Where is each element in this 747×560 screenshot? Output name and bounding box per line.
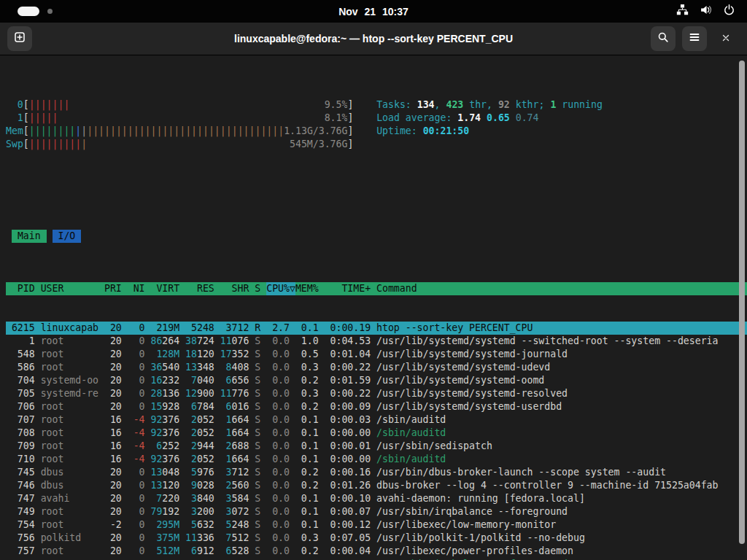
process-row[interactable]: 754root-20295M56325248S0.0 0.10:00.12/us… (6, 518, 747, 532)
process-row[interactable]: 757root200512M69126528S0.0 0.20:00.04/us… (6, 545, 747, 558)
terminal-scrollbar[interactable] (739, 61, 745, 544)
process-row[interactable]: 709root16-4625229442688S0.0 0.10:00.01/u… (6, 440, 747, 453)
mem-meter: Mem[||||||||||||||||||||||||||||||||||||… (6, 125, 747, 138)
process-row[interactable]: 586root20036540133488408S0.0 0.30:00.22/… (6, 361, 747, 374)
process-row[interactable]: 749root2007919232003072S0.0 0.10:00.07/u… (6, 505, 747, 518)
terminal-content: 0[|||||||9.5%]Tasks: 134, 423 thr, 92 kt… (0, 55, 747, 560)
process-row[interactable]: 706root2001592867846016S0.0 0.20:00.09/u… (6, 400, 747, 413)
window-title: linuxcapable@fedora:~ — htop --sort-key … (0, 33, 747, 44)
swp-meter-bars: |||||||||| (29, 138, 87, 151)
process-row[interactable]: 745dbus2001304859763712S0.0 0.20:00.16/u… (6, 466, 747, 479)
power-icon[interactable] (723, 4, 735, 19)
process-table-header[interactable]: PIDUSERPRINIVIRTRESSHRSCPU%▽MEM%TIME+Com… (6, 282, 747, 295)
process-row[interactable]: 708root16-49237620521664S0.0 0.10:00.00/… (6, 427, 747, 440)
search-button[interactable] (651, 26, 676, 51)
menu-button[interactable] (682, 26, 707, 51)
clock[interactable]: Nov 21 10:37 (0, 6, 747, 18)
process-row[interactable]: 746dbus2001312090282560S0.0 0.20:01.26db… (6, 479, 747, 492)
cpu1-meter: 1[|||||8.1%]Load average: 1.74 0.65 0.74 (6, 112, 747, 125)
process-row[interactable]: 756polkitd200375M113367512S0.0 0.30:07.0… (6, 532, 747, 545)
process-row[interactable]: 710root16-49237620521664S0.0 0.10:00.00/… (6, 453, 747, 466)
cpu1-meter-bars: ||||| (29, 112, 58, 125)
close-icon (721, 32, 731, 46)
process-row[interactable]: 548root200128M1812017352S0.0 0.50:01.04/… (6, 348, 747, 361)
blank-line (6, 177, 747, 190)
mem-meter-bars: ||||||||||||||||||||||||||||||||||||||||… (29, 125, 284, 138)
header-actions (651, 26, 738, 51)
process-row[interactable]: 707root16-49237620521664S0.0 0.10:00.03/… (6, 413, 747, 427)
htop-header-meters: 0[|||||||9.5%]Tasks: 134, 423 thr, 92 kt… (6, 98, 747, 151)
process-row[interactable]: 704systemd-oo2001623270406656S0.0 0.20:0… (6, 374, 747, 387)
search-icon (657, 31, 669, 46)
htop-tab-bar: Main I/O (6, 230, 747, 243)
gnome-top-bar: Nov 21 10:37 (0, 0, 747, 23)
process-row[interactable]: 6215linuxcapab200219M52483712R2.7 0.10:0… (6, 322, 747, 335)
menu-icon (689, 31, 700, 46)
cpu0-meter: 0[|||||||9.5%]Tasks: 134, 423 thr, 92 kt… (6, 98, 747, 112)
process-row[interactable]: 705systemd-re200281361290011776S0.0 0.30… (6, 387, 747, 400)
tab-main[interactable]: Main (12, 230, 47, 243)
system-status-area[interactable] (676, 4, 735, 19)
tab-io[interactable]: I/O (53, 230, 82, 243)
process-row[interactable]: 1root200862643872411076S0.0 1.00:04.53/u… (6, 335, 747, 348)
cpu0-meter-bars: ||||||| (29, 98, 70, 112)
process-row[interactable]: 747avahi200722038403584S0.0 0.10:00.10av… (6, 492, 747, 505)
close-window-button[interactable] (713, 26, 738, 51)
swp-meter: Swp[||||||||||545M/3.76G] (6, 138, 747, 151)
process-table: 6215linuxcapab200219M52483712R2.7 0.10:0… (6, 322, 747, 560)
network-wired-icon[interactable] (676, 4, 689, 19)
console-header-bar: linuxcapable@fedora:~ — htop --sort-key … (0, 23, 747, 55)
volume-icon[interactable] (700, 4, 712, 19)
